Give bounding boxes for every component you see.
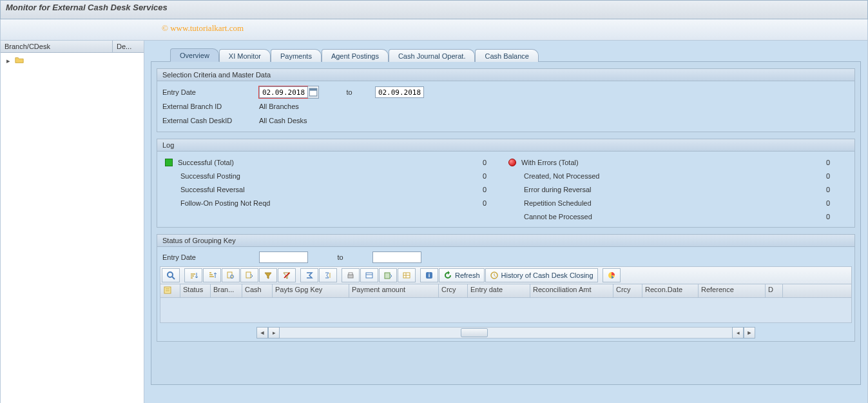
scroll-thumb[interactable] <box>461 328 488 337</box>
sort-asc-button[interactable] <box>184 268 202 282</box>
f4-help-button[interactable] <box>308 86 319 99</box>
label-external-branch: External Branch ID <box>162 103 259 110</box>
alv-grid-body[interactable] <box>160 298 852 323</box>
refresh-button[interactable]: Refresh <box>439 268 485 282</box>
input-status-date-to[interactable] <box>372 251 421 263</box>
label-to: to <box>323 88 375 96</box>
sum-button[interactable] <box>300 268 318 282</box>
details-button[interactable] <box>162 268 180 282</box>
layout-button[interactable] <box>398 268 416 282</box>
print-button[interactable] <box>342 268 360 282</box>
label-repetition-scheduled: Repetition Scheduled <box>506 199 791 207</box>
alv-grid-header: StatusBran...CashPayts Gpg KeyPayment am… <box>160 284 852 298</box>
tab-cash-balance[interactable]: Cash Balance <box>475 49 539 62</box>
tab-cash-journal[interactable]: Cash Journal Operat. <box>389 49 476 62</box>
svg-rect-10 <box>366 273 372 278</box>
watermark-text: © www.tutorialkart.com <box>162 23 244 34</box>
find-next-button[interactable] <box>240 268 258 282</box>
sort-desc-button[interactable] <box>203 268 221 282</box>
value-external-cashdesk: All Cash Desks <box>259 117 307 124</box>
label-status-to: to <box>308 253 372 261</box>
alv-col-header[interactable]: Crcy <box>613 284 642 297</box>
svg-line-3 <box>172 277 175 279</box>
chart-button[interactable] <box>603 268 621 282</box>
alv-col-header[interactable]: Cash <box>242 284 273 297</box>
nav-tree-pane: Branch/CDesk De... ▸ <box>1 41 144 403</box>
value-error-reversal: 0 <box>791 186 849 193</box>
success-icon <box>165 159 173 166</box>
scroll-right-step-button[interactable]: ◂ <box>732 327 744 339</box>
alv-col-header[interactable]: Recon.Date <box>642 284 699 297</box>
label-follow-on: Follow-On Posting Not Reqd <box>162 199 448 207</box>
value-success-reversal: 0 <box>448 186 506 193</box>
svg-rect-20 <box>164 287 171 293</box>
tab-strip: Overview XI Monitor Payments Agent Posti… <box>170 44 861 61</box>
tab-panel-overview: Selection Criteria and Master Data Entry… <box>151 61 861 385</box>
alv-col-header[interactable]: Payment amount <box>349 284 439 297</box>
main-wrapper: Branch/CDesk De... ▸ Overview XI Monitor… <box>0 41 868 403</box>
alv-col-header[interactable]: Payts Gpg Key <box>273 284 349 297</box>
scroll-left-button[interactable]: ◄ <box>256 327 268 339</box>
find-button[interactable] <box>222 268 240 282</box>
label-entry-date: Entry Date <box>162 88 259 96</box>
svg-rect-9 <box>349 273 352 275</box>
label-error-reversal: Error during Reversal <box>506 186 791 193</box>
tab-agent-postings[interactable]: Agent Postings <box>322 49 389 62</box>
alv-col-header[interactable]: Bran... <box>211 284 242 297</box>
input-status-date-from[interactable] <box>259 251 308 263</box>
alv-toolbar: i Refresh History of Cash Desk Closing <box>160 266 852 284</box>
alv-col-header[interactable]: D <box>766 284 783 297</box>
scroll-left-step-button[interactable]: ▸ <box>268 327 280 339</box>
tab-overview[interactable]: Overview <box>170 48 219 62</box>
content-pane: Overview XI Monitor Payments Agent Posti… <box>144 41 867 403</box>
value-cannot-processed: 0 <box>791 213 849 221</box>
scroll-right-button[interactable]: ► <box>744 327 755 339</box>
nav-tree-body: ▸ <box>1 53 144 403</box>
svg-rect-12 <box>385 273 390 279</box>
select-all-icon[interactable] <box>160 284 180 297</box>
folder-icon <box>15 55 24 66</box>
filter-delete-button[interactable] <box>278 268 296 282</box>
view-button[interactable] <box>360 268 378 282</box>
value-external-branch: All Branches <box>259 103 299 110</box>
svg-rect-1 <box>309 88 317 91</box>
label-success-posting: Successful Posting <box>162 172 448 180</box>
refresh-label: Refresh <box>455 271 480 279</box>
nav-tree-header: Branch/CDesk De... <box>1 41 144 53</box>
label-success-reversal: Successful Reversal <box>162 186 448 193</box>
alv-col-header[interactable]: Crcy <box>439 284 468 297</box>
svg-rect-8 <box>348 275 353 278</box>
nav-col-branch[interactable]: Branch/CDesk <box>1 41 113 52</box>
tab-xi-monitor[interactable]: XI Monitor <box>219 49 271 62</box>
history-label: History of Cash Desk Closing <box>501 271 593 279</box>
page-title-bar: Monitor for External Cash Desk Services <box>0 0 868 19</box>
group-title-log: Log <box>157 139 854 152</box>
alv-col-header[interactable]: Entry date <box>468 284 530 297</box>
export-button[interactable] <box>379 268 397 282</box>
value-repetition-scheduled: 0 <box>791 199 849 207</box>
group-status: Status of Grouping Key Entry Date to <box>157 234 855 342</box>
value-success-total: 0 <box>448 159 506 166</box>
subtotal-button[interactable] <box>319 268 337 282</box>
history-button[interactable]: History of Cash Desk Closing <box>485 268 598 282</box>
tree-root-node[interactable]: ▸ <box>5 55 140 66</box>
info-button[interactable]: i <box>420 268 438 282</box>
page-title: Monitor for External Cash Desk Services <box>6 3 168 12</box>
value-errors-total: 0 <box>791 159 849 166</box>
input-entry-date-from[interactable] <box>259 86 308 98</box>
value-success-posting: 0 <box>448 172 506 180</box>
scroll-track[interactable] <box>280 327 732 339</box>
alv-col-header[interactable]: Reference <box>699 284 766 297</box>
filter-button[interactable] <box>259 268 277 282</box>
tab-payments[interactable]: Payments <box>271 49 322 62</box>
label-external-cashdesk: External Cash DeskID <box>162 117 259 124</box>
alv-col-header[interactable]: Reconciliation Amt <box>530 284 613 297</box>
toolbar-strip: © www.tutorialkart.com <box>0 19 868 41</box>
alv-col-header[interactable]: Status <box>180 284 211 297</box>
group-title-status: Status of Grouping Key <box>157 235 854 247</box>
nav-col-de[interactable]: De... <box>113 41 144 52</box>
value-follow-on: 0 <box>448 199 506 207</box>
label-cannot-processed: Cannot be Processed <box>506 213 791 221</box>
input-entry-date-to[interactable] <box>375 86 424 98</box>
tree-expand-icon[interactable]: ▸ <box>5 57 12 65</box>
